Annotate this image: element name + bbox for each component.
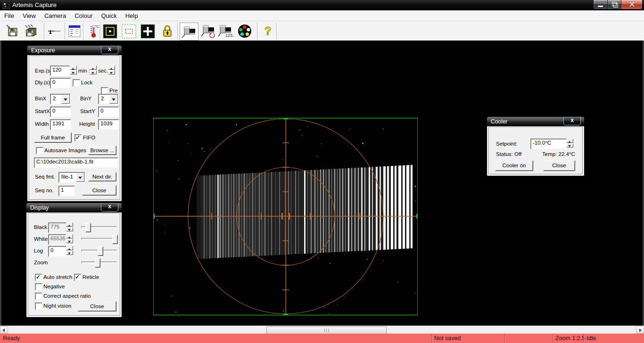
white-slider-thumb[interactable] — [112, 235, 118, 244]
minimize-button[interactable] — [593, 0, 608, 9]
settings-dialog-button[interactable] — [67, 24, 82, 39]
full-frame-button[interactable]: Full frame — [34, 132, 72, 143]
night-vision-label: Night vision — [43, 303, 71, 309]
spinner-up-button[interactable] — [90, 65, 97, 70]
exposure-dialog: Exposure x Exp.(s) 120 min : sec. Dly.(s… — [27, 45, 122, 202]
spinner-up-button[interactable] — [66, 246, 73, 250]
settings-window-icon — [67, 24, 82, 38]
log-input[interactable]: 0 — [48, 246, 67, 257]
black-input[interactable]: 775 — [48, 222, 67, 233]
scroll-right-button[interactable] — [636, 326, 644, 334]
spinner-down-button[interactable] — [108, 70, 115, 74]
captured-image[interactable] — [153, 118, 418, 315]
correct-aspect-label: Correct aspect ratio — [43, 293, 91, 299]
cooler-temp-label: Temp: 22.4°C — [542, 151, 575, 157]
startx-input[interactable]: 0 — [50, 106, 71, 117]
lock-button[interactable] — [160, 24, 175, 39]
log-slider-thumb[interactable] — [98, 246, 103, 256]
fifo-checkbox[interactable] — [74, 134, 82, 142]
next-dir-button[interactable]: Next dir. — [88, 172, 116, 181]
night-vision-checkbox[interactable] — [35, 302, 42, 310]
exposure-close-button[interactable]: Close — [82, 185, 116, 196]
autosave-path-input[interactable]: C:\10dec2013\calib-1.fit — [34, 157, 118, 168]
seq-fmt-dropdown[interactable]: file-1 — [58, 172, 85, 183]
cooler-dialog-close-button[interactable]: x — [563, 117, 581, 125]
seq-fmt-dropdown-arrow[interactable] — [76, 173, 84, 182]
cooler-close-button[interactable]: Close — [543, 160, 575, 171]
menu-help[interactable]: Help — [121, 11, 142, 21]
close-button[interactable] — [621, 0, 643, 9]
biny-dropdown-arrow[interactable] — [109, 95, 118, 104]
white-slider[interactable] — [81, 235, 117, 243]
negative-checkbox[interactable] — [35, 283, 42, 291]
startx-label: StartX — [35, 108, 50, 114]
binx-dropdown[interactable]: 2 — [50, 94, 71, 105]
loop-capture-button[interactable] — [200, 24, 218, 39]
sequence-capture-button[interactable]: 123... — [217, 24, 235, 39]
width-input[interactable]: 1391 — [50, 119, 71, 130]
exp-input[interactable]: 120 — [50, 65, 71, 76]
spinner-down-button[interactable] — [70, 70, 77, 74]
frame-target-button[interactable] — [102, 24, 117, 39]
help-button[interactable]: ? — [260, 24, 275, 39]
binx-dropdown-arrow[interactable] — [61, 95, 70, 104]
starty-input[interactable]: 0 — [98, 106, 119, 117]
horizontal-scrollbar[interactable] — [0, 326, 644, 334]
scroll-left-button[interactable] — [0, 326, 8, 334]
biny-dropdown[interactable]: 2 — [98, 94, 119, 105]
white-input[interactable]: 65535 — [48, 234, 67, 245]
spinner-up-button[interactable] — [108, 65, 115, 70]
log-slider[interactable] — [81, 246, 117, 255]
autosave-checkbox[interactable] — [36, 147, 43, 155]
menu-camera[interactable]: Camera — [40, 11, 70, 21]
display-dialog-close-button[interactable]: x — [101, 203, 118, 212]
reticle-icon — [140, 24, 155, 39]
restore-button[interactable] — [607, 0, 621, 9]
sec-spinner — [108, 65, 115, 75]
reticle-toggle-button[interactable] — [140, 24, 155, 39]
cooler-dialog-button[interactable]: °C — [86, 24, 101, 39]
save-button[interactable] — [5, 24, 20, 39]
display-close-button[interactable]: Close — [78, 301, 116, 311]
scrollbar-thumb[interactable] — [266, 327, 387, 334]
dly-input[interactable]: 0 — [50, 78, 71, 89]
log-label: Log — [34, 248, 43, 253]
exposure-dialog-close-button[interactable]: x — [101, 46, 118, 54]
window-titlebar[interactable]: Artemis Capture — [0, 0, 644, 10]
spinner-down-button[interactable] — [90, 70, 97, 74]
zoom-slider-thumb[interactable] — [95, 258, 100, 268]
height-input[interactable]: 1039 — [98, 119, 119, 130]
black-slider-thumb[interactable] — [85, 223, 91, 232]
browse-button[interactable]: Browse ... — [88, 146, 116, 155]
menu-colour[interactable]: Colour — [70, 11, 97, 21]
lock-checkbox[interactable] — [73, 79, 80, 87]
spinner-up-button[interactable] — [66, 234, 73, 238]
log-spinner — [66, 246, 73, 255]
scrollbar-grip-icon — [324, 328, 329, 332]
menu-file[interactable]: File — [0, 11, 18, 21]
exp-label: Exp.(s) — [35, 68, 52, 74]
spinner-up-button[interactable] — [66, 222, 73, 227]
auto-stretch-checkbox[interactable] — [35, 274, 42, 281]
spinner-down-button[interactable] — [66, 251, 73, 255]
spinner-up-button[interactable] — [70, 65, 77, 70]
correct-aspect-checkbox[interactable] — [35, 293, 42, 300]
menu-quick[interactable]: Quick — [97, 11, 121, 21]
snapshot-button[interactable] — [180, 23, 198, 41]
save-all-button[interactable] — [24, 24, 39, 39]
spinner-down-button[interactable] — [66, 227, 73, 231]
spinner-down-button[interactable] — [66, 239, 73, 243]
subframe-button[interactable] — [121, 24, 136, 39]
menu-view[interactable]: View — [18, 11, 40, 21]
setpoint-input[interactable]: -10.0°C — [530, 139, 568, 149]
colour-wheel-button[interactable] — [236, 24, 254, 39]
black-slider[interactable] — [81, 223, 117, 231]
spinner-up-button[interactable] — [566, 139, 573, 143]
zoom-slider[interactable] — [81, 258, 117, 267]
cooler-on-button[interactable]: Cooler on — [495, 160, 533, 171]
spinner-down-button[interactable] — [566, 143, 573, 147]
display-settings-button[interactable] — [47, 24, 62, 39]
reticle-checkbox[interactable] — [74, 274, 82, 281]
seq-no-input[interactable]: 1 — [58, 186, 75, 196]
zoom-label: Zoom — [34, 260, 48, 265]
